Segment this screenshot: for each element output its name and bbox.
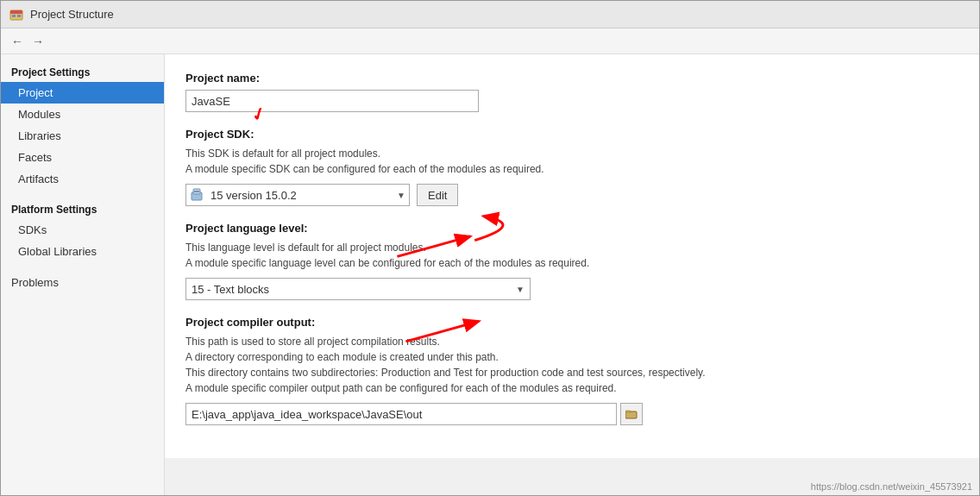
- sidebar-item-artifacts[interactable]: Artifacts: [1, 168, 164, 190]
- main-panel: Project name: Project SDK: This SDK is d…: [165, 54, 979, 458]
- back-button[interactable]: ←: [8, 33, 27, 50]
- project-settings-section-label: Project Settings: [1, 61, 164, 82]
- svg-rect-2: [12, 15, 16, 17]
- project-name-label: Project name:: [185, 72, 958, 85]
- sdk-value: 15 version 15.0.2: [210, 189, 393, 202]
- sidebar-item-libraries[interactable]: Libraries: [1, 125, 164, 147]
- forward-button[interactable]: →: [28, 33, 47, 50]
- svg-rect-3: [17, 15, 21, 17]
- edit-sdk-button[interactable]: Edit: [417, 184, 458, 206]
- sidebar-item-modules[interactable]: Modules: [1, 104, 164, 125]
- sidebar-item-global-libraries[interactable]: Global Libraries: [1, 241, 164, 262]
- project-language-label: Project language level:: [185, 222, 958, 235]
- lang-desc-2: A module specific language level can be …: [185, 255, 958, 271]
- sidebar: Project Settings Project Modules Librari…: [1, 54, 165, 495]
- lang-desc-1: This language level is default for all p…: [185, 240, 958, 255]
- sidebar-item-facets[interactable]: Facets: [1, 147, 164, 168]
- compiler-desc-4: A module specific compiler output path c…: [185, 380, 958, 396]
- sdk-icon: [190, 187, 207, 203]
- sidebar-item-problems[interactable]: Problems: [1, 271, 164, 292]
- browse-folder-button[interactable]: [620, 403, 643, 425]
- sidebar-item-project[interactable]: Project: [1, 82, 164, 104]
- window-icon: [9, 8, 23, 22]
- sdk-dropdown-arrow: ▼: [397, 191, 405, 200]
- sdk-dropdown[interactable]: 15 version 15.0.2 ▼: [185, 184, 410, 206]
- compiler-output-input[interactable]: [185, 403, 617, 425]
- watermark: https://blog.csdn.net/weixin_45573921: [811, 481, 972, 492]
- compiler-desc-1: This path is used to store all project c…: [185, 334, 958, 349]
- lang-dropdown-arrow: ▼: [516, 285, 525, 294]
- svg-rect-1: [10, 10, 22, 14]
- compiler-output-label: Project compiler output:: [185, 316, 958, 329]
- compiler-desc-3: This directory contains two subdirectori…: [185, 365, 958, 380]
- window-title: Project Structure: [30, 8, 114, 21]
- compiler-desc-2: A directory corresponding to each module…: [185, 349, 958, 365]
- sdk-desc-1: This SDK is default for all project modu…: [185, 146, 958, 161]
- project-sdk-label: Project SDK:: [185, 128, 958, 141]
- sdk-desc-2: A module specific SDK can be configured …: [185, 161, 958, 177]
- platform-settings-section-label: Platform Settings: [1, 198, 164, 219]
- project-name-input[interactable]: [185, 90, 479, 112]
- svg-rect-6: [194, 191, 199, 192]
- language-dropdown[interactable]: 15 - Text blocks ▼: [185, 278, 531, 300]
- lang-value: 15 - Text blocks: [192, 283, 516, 296]
- sidebar-item-sdks[interactable]: SDKs: [1, 219, 164, 241]
